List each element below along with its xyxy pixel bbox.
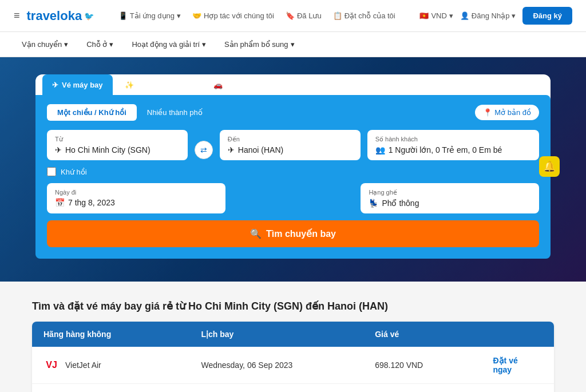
nav-item-bookings[interactable]: 📋 Đặt chỗ của tôi (333, 11, 395, 20)
departure-date-label: Ngày đi (55, 189, 217, 196)
notification-bell[interactable]: 🔔 (539, 156, 560, 177)
map-button[interactable]: 📍 Mở bản đồ (475, 105, 539, 120)
to-city: Hanoi (HAN) (238, 145, 283, 155)
bookmark-icon: 🔖 (286, 11, 295, 20)
khuhoi-row: Khứ hồi (47, 167, 539, 176)
date-class-row: Ngày đi 📅 7 thg 8, 2023 Hạng ghế 💺 Phổ t… (47, 183, 539, 213)
logo-text: traveloka (27, 9, 82, 23)
swap-button[interactable]: ⇄ (195, 141, 213, 159)
table-row: VT Vietravel Airlines Monday, 28 Aug 202… (32, 384, 554, 393)
col-price: Giá vé (363, 322, 481, 347)
logo[interactable]: traveloka 🐦 (27, 9, 94, 23)
departure-date: 7 thg 8, 2023 (68, 198, 115, 207)
pin-icon: 📍 (483, 108, 492, 117)
hamburger-icon[interactable]: ≡ (14, 10, 20, 22)
header-right: 🇻🇳 VND ▾ 👤 Đăng Nhập ▾ Đăng ký (419, 7, 572, 25)
class-name: Phổ thông (382, 199, 419, 208)
search-btn-label: Tìm chuyến bay (266, 228, 336, 239)
schedule-cell: Wednesday, 06 Sep 2023 (189, 347, 363, 384)
nav-bookings-label: Đặt chỗ của tôi (345, 11, 395, 20)
calendar-icon: 📅 (55, 198, 65, 207)
to-value-display: ✈ Hanoi (HAN) (228, 145, 353, 155)
trip-type-row: Một chiều / Khứ hồi Nhiều thành phố 📍 Mở… (47, 104, 539, 121)
bell-icon: 🔔 (543, 160, 556, 173)
airline-table: Hãng hàng không Lịch bay Giá vé VJ VietJ… (32, 322, 554, 392)
multi-city-button[interactable]: Nhiều thành phố (137, 104, 213, 121)
sub-nav-extras[interactable]: Sản phẩm bổ sung ▾ (216, 32, 302, 57)
schedule-cell: Monday, 28 Aug 2023 (189, 384, 363, 393)
login-button[interactable]: 👤 Đăng Nhập ▾ (460, 11, 516, 20)
tab-combo[interactable]: ✨ Combo tiết kiệm (115, 74, 201, 95)
search-inner: Một chiều / Khứ hồi Nhiều thành phố 📍 Mở… (35, 95, 551, 259)
mobile-icon: 📱 (118, 11, 128, 20)
sub-nav: Vận chuyển ▾ Chỗ ở ▾ Hoạt động và giải t… (0, 32, 586, 57)
search-flights-button[interactable]: 🔍 Tìm chuyến bay (47, 220, 539, 247)
currency-selector[interactable]: 🇻🇳 VND ▾ (419, 11, 453, 20)
sub-nav-transport[interactable]: Vận chuyển ▾ (14, 32, 76, 57)
combo-icon: ✨ (125, 81, 134, 89)
tab-flight[interactable]: ✈ Vé máy bay (42, 74, 113, 95)
one-way-return-button[interactable]: Một chiều / Khứ hồi (47, 104, 137, 121)
section-title: Tìm và đặt vé máy bay giá rẻ từ Ho Chi M… (32, 300, 554, 312)
from-to-row: Từ ✈ Ho Chi Minh City (SGN) ⇄ Đến ✈ Hano… (47, 130, 539, 160)
swap-icon: ⇄ (200, 145, 207, 155)
departure-plane-icon: ✈ (55, 145, 62, 155)
khuhoi-label[interactable]: Khứ hồi (61, 168, 87, 176)
header-nav: 📱 Tải ứng dụng ▾ 🤝 Hợp tác với chúng tôi… (118, 11, 395, 20)
passengers-icon: 👥 (375, 145, 385, 155)
book-cell: Đặt vé ngay (481, 384, 554, 393)
sub-nav-accommodation-label: Chỗ ở (86, 40, 107, 49)
clipboard-icon: 📋 (333, 11, 342, 20)
departure-date-value-display: 📅 7 thg 8, 2023 (55, 198, 217, 207)
class-field[interactable]: Hạng ghế 💺 Phổ thông (361, 183, 539, 213)
signup-button[interactable]: Đăng ký (522, 7, 572, 25)
search-box: ✈ Vé máy bay ✨ Combo tiết kiệm 🚗 Đưa đón… (35, 74, 551, 259)
plane-icon: ✈ (52, 81, 58, 89)
passengers-count: 1 Người lớn, 0 Trẻ em, 0 Em bé (389, 145, 502, 155)
sub-nav-accommodation[interactable]: Chỗ ở ▾ (78, 32, 121, 57)
col-airline: Hãng hàng không (32, 322, 189, 347)
to-label: Đến (228, 136, 353, 143)
chevron-down-icon: ▾ (109, 40, 113, 49)
nav-partner-label: Hợp tác với chúng tôi (204, 11, 274, 20)
sub-nav-activities-label: Hoạt động và giải trí (132, 40, 200, 49)
chevron-down-icon: ▾ (177, 11, 181, 20)
search-tabs: ✈ Vé máy bay ✨ Combo tiết kiệm 🚗 Đưa đón… (35, 74, 551, 95)
class-value-display: 💺 Phổ thông (369, 199, 531, 208)
table-body: VJ VietJet Air Wednesday, 06 Sep 2023 69… (32, 347, 554, 392)
header: ≡ traveloka 🐦 📱 Tải ứng dụng ▾ 🤝 Hợp tác… (0, 0, 586, 32)
passengers-value-display: 👥 1 Người lớn, 0 Trẻ em, 0 Em bé (375, 145, 531, 155)
flag-icon: 🇻🇳 (419, 11, 429, 20)
nav-item-saved[interactable]: 🔖 Đã Lưu (286, 11, 322, 20)
arrival-plane-icon: ✈ (228, 145, 235, 155)
car-icon: 🚗 (213, 81, 223, 89)
tab-transfer[interactable]: 🚗 Đưa đón sân bay (204, 74, 292, 95)
from-field[interactable]: Từ ✈ Ho Chi Minh City (SGN) (47, 130, 188, 160)
departure-date-field[interactable]: Ngày đi 📅 7 thg 8, 2023 (47, 183, 225, 213)
nav-item-app[interactable]: 📱 Tải ứng dụng ▾ (118, 11, 181, 20)
airline-name: VietJet Air (65, 361, 101, 370)
khuhoi-checkbox[interactable] (47, 167, 56, 176)
chevron-down-icon: ▾ (202, 40, 206, 49)
logo-bird-icon: 🐦 (84, 11, 94, 21)
map-btn-label: Mở bản đồ (494, 108, 531, 117)
seat-icon: 💺 (369, 199, 378, 208)
sub-nav-extras-label: Sản phẩm bổ sung (224, 40, 288, 49)
book-now-link[interactable]: Đặt vé ngay (493, 356, 517, 374)
airline-logo: VJ (43, 359, 60, 371)
to-field[interactable]: Đến ✈ Hanoi (HAN) (220, 130, 361, 160)
table-row: VJ VietJet Air Wednesday, 06 Sep 2023 69… (32, 347, 554, 384)
book-cell: Đặt vé ngay (481, 347, 554, 384)
passengers-field[interactable]: Số hành khách 👥 1 Người lớn, 0 Trẻ em, 0… (367, 130, 539, 160)
hero-section: ✈ Vé máy bay ✨ Combo tiết kiệm 🚗 Đưa đón… (0, 57, 586, 282)
chevron-down-icon: ▾ (291, 40, 295, 49)
nav-item-partner[interactable]: 🤝 Hợp tác với chúng tôi (192, 11, 274, 20)
from-label: Từ (55, 136, 180, 143)
nav-app-label: Tải ứng dụng (130, 11, 175, 20)
trip-type-buttons: Một chiều / Khứ hồi Nhiều thành phố (47, 104, 213, 121)
main-content: Tìm và đặt vé máy bay giá rẻ từ Ho Chi M… (18, 300, 568, 392)
chevron-down-icon: ▾ (512, 11, 516, 20)
tab-flight-label: Vé máy bay (62, 81, 103, 89)
sub-nav-activities[interactable]: Hoạt động và giải trí ▾ (124, 32, 214, 57)
table-header: Hãng hàng không Lịch bay Giá vé (32, 322, 554, 347)
